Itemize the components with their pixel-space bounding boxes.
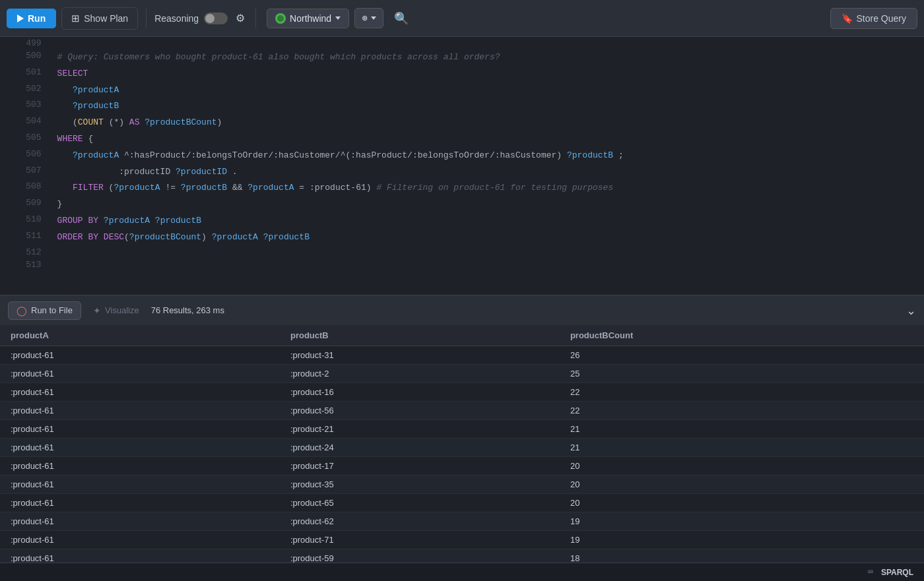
run-to-file-label: Run to File (31, 305, 73, 315)
line-content: } (52, 197, 924, 213)
table-cell: :product-56 (280, 402, 560, 420)
table-cell: :product-61 (0, 549, 280, 563)
table-cell: :product-65 (280, 494, 560, 512)
line-content (52, 37, 924, 49)
show-plan-icon: ⊞ (71, 13, 80, 24)
layers-chevron-icon (371, 16, 376, 20)
bottom-bar: ◯ Run to File ✦ Visualize 76 Results, 26… (0, 295, 924, 325)
code-line: 509} (0, 197, 924, 213)
show-plan-label: Show Plan (84, 13, 128, 24)
line-number: 499 (0, 37, 52, 49)
code-line: 499 (0, 37, 924, 49)
show-plan-button[interactable]: ⊞ Show Plan (61, 7, 138, 30)
run-to-file-button[interactable]: ◯ Run to File (8, 301, 81, 320)
results-area[interactable]: productA productB productBCount :product… (0, 325, 924, 563)
table-cell: :product-59 (280, 549, 560, 563)
line-number: 501 (0, 66, 52, 82)
line-content: ?productA ^:hasProduct/:belongsToOrder/:… (52, 148, 924, 164)
table-cell: :product-24 (280, 439, 560, 457)
table-cell: 18 (560, 549, 924, 563)
store-query-button[interactable]: 🔖 Store Query (830, 8, 917, 29)
line-number: 511 (0, 229, 52, 246)
table-row: :product-61:product-1622 (0, 383, 924, 402)
table-row: :product-61:product-6520 (0, 494, 924, 512)
line-number: 502 (0, 82, 52, 99)
line-content: SELECT (52, 66, 924, 82)
code-line: 511ORDER BY DESC(?productBCount) ?produc… (0, 229, 924, 246)
line-number: 505 (0, 131, 52, 148)
table-cell: :product-17 (280, 457, 560, 475)
table-cell: :product-61 (0, 439, 280, 457)
table-row: :product-61:product-6219 (0, 512, 924, 531)
separator-2 (255, 9, 256, 28)
table-cell: :product-71 (280, 531, 560, 549)
table-cell: :product-2 (280, 365, 560, 383)
table-cell: 21 (560, 420, 924, 439)
code-line: 506 ?productA ^:hasProduct/:belongsToOrd… (0, 148, 924, 164)
separator-1 (146, 9, 147, 28)
table-cell: :product-61 (0, 494, 280, 512)
table-cell: :product-61 (0, 365, 280, 383)
line-number: 503 (0, 98, 52, 115)
code-line: 508 FILTER (?productA != ?productB && ?p… (0, 180, 924, 197)
search-icon: 🔍 (394, 12, 409, 25)
code-line: 513 (0, 259, 924, 271)
table-cell: :product-21 (280, 420, 560, 439)
line-content: ORDER BY DESC(?productBCount) ?productA … (52, 229, 924, 246)
line-number: 500 (0, 49, 52, 66)
line-content: :productID ?productID . (52, 164, 924, 181)
status-bar: ⌨ SPARQL (0, 563, 924, 581)
table-cell: :product-35 (280, 475, 560, 494)
table-row: :product-61:product-3520 (0, 475, 924, 494)
database-selector[interactable]: Northwind (267, 9, 349, 28)
results-wrapper: productA productB productBCount :product… (0, 325, 924, 563)
keyboard-icon: ⌨ (867, 566, 873, 578)
line-content (52, 259, 924, 271)
table-cell: :product-61 (0, 512, 280, 531)
code-line: 502 ?productA (0, 82, 924, 99)
table-cell: 22 (560, 402, 924, 420)
reasoning-toggle[interactable] (204, 13, 228, 24)
table-row: :product-61:product-2421 (0, 439, 924, 457)
layers-button[interactable]: ⊛ (354, 8, 383, 28)
line-number: 506 (0, 148, 52, 164)
code-line: 504 (COUNT (*) AS ?productBCount) (0, 115, 924, 131)
code-line: 512 (0, 246, 924, 259)
line-number: 509 (0, 197, 52, 213)
line-number: 510 (0, 213, 52, 229)
search-button[interactable]: 🔍 (389, 9, 414, 28)
table-cell: :product-31 (280, 346, 560, 365)
table-row: :product-61:product-225 (0, 365, 924, 383)
line-content (52, 246, 924, 259)
table-row: :product-61:product-5918 (0, 549, 924, 563)
visualize-button[interactable]: ✦ Visualize (86, 302, 146, 319)
table-cell: 20 (560, 475, 924, 494)
sparql-status-label: SPARQL (881, 568, 913, 577)
col-header-productBCount: productBCount (560, 325, 924, 346)
table-cell: 19 (560, 531, 924, 549)
run-file-icon: ◯ (16, 305, 27, 316)
store-query-label: Store Query (857, 13, 906, 24)
reasoning-group: Reasoning (154, 13, 228, 24)
code-editor[interactable]: 499500# Query: Customers who bought prod… (0, 37, 924, 295)
gear-icon: ⚙ (236, 13, 245, 24)
code-line: 501SELECT (0, 66, 924, 82)
table-cell: :product-61 (0, 402, 280, 420)
code-line: 503 ?productB (0, 98, 924, 115)
play-icon (17, 15, 24, 22)
code-line: 500# Query: Customers who bought product… (0, 49, 924, 66)
run-button[interactable]: Run (7, 9, 56, 28)
line-number: 507 (0, 164, 52, 181)
table-cell: 26 (560, 346, 924, 365)
line-number: 508 (0, 180, 52, 197)
code-line: 510GROUP BY ?productA ?productB (0, 213, 924, 229)
chevron-down-expand-icon: ⌄ (906, 304, 916, 317)
line-content: FILTER (?productA != ?productB && ?produ… (52, 180, 924, 197)
table-row: :product-61:product-3126 (0, 346, 924, 365)
line-content: ?productB (52, 98, 924, 115)
expand-button[interactable]: ⌄ (906, 303, 916, 318)
line-number: 512 (0, 246, 52, 259)
line-number: 513 (0, 259, 52, 271)
settings-button[interactable]: ⚙ (233, 9, 248, 27)
code-table: 499500# Query: Customers who bought prod… (0, 37, 924, 271)
